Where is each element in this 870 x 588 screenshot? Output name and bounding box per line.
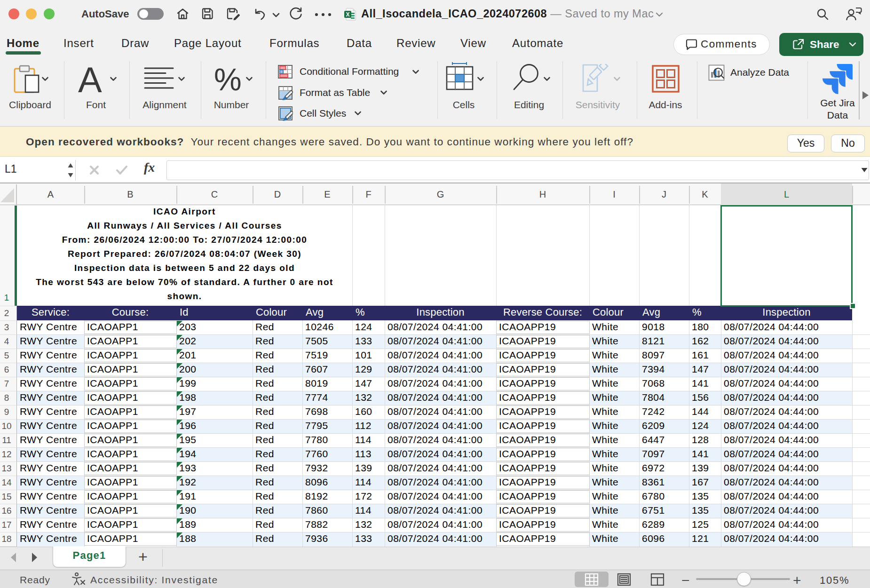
svg-text:X: X [346,11,349,18]
